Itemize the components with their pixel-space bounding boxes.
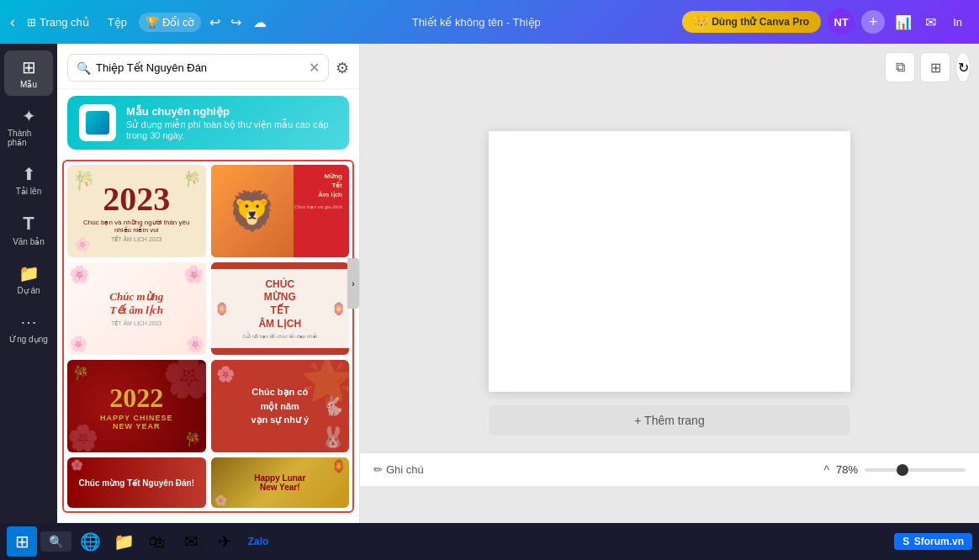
- taskbar-store[interactable]: 🛍: [142, 526, 172, 557]
- text-icon: T: [23, 213, 34, 235]
- template-card-2[interactable]: 🦁 MừngTếtÂm lịch Chúc bạn và gia đình: [211, 165, 350, 257]
- upload-icon: ⬆: [22, 164, 36, 184]
- taskbar-zalo[interactable]: Zalo: [243, 526, 273, 557]
- taskbar-edge[interactable]: 🌐: [75, 526, 105, 557]
- template-card-4[interactable]: 🏮 🏮 CHÚCMỪNGTẾTÂM LỊCH Gửi tới bạn lời c…: [211, 262, 350, 355]
- topbar: ‹ ⊞ Trang chủ Tệp 🏆 Đổi cờ ↩ ↪ ☁ Thiết k…: [0, 0, 979, 44]
- bottom-right: ^ 78%: [823, 463, 966, 477]
- elements-icon: ✦: [22, 106, 36, 126]
- duplicate-page-button[interactable]: ⧉: [885, 52, 915, 82]
- template-card-1[interactable]: 🎋 🎋 🌸 2023 Chúc bạn và những người thân …: [67, 165, 206, 257]
- tpl6-text: Chúc bạn cómột nămvạn sự như ý: [251, 385, 309, 427]
- note-label: Ghi chú: [386, 463, 424, 476]
- sforum-icon: S: [902, 536, 909, 547]
- file-label: Tệp: [108, 16, 127, 29]
- pro-label: Dùng thử Canva Pro: [712, 16, 809, 28]
- search-input[interactable]: [96, 61, 304, 74]
- undo-button[interactable]: ↩: [206, 11, 224, 34]
- analytics-button[interactable]: 📊: [892, 11, 915, 34]
- redo-button[interactable]: ↪: [227, 11, 245, 34]
- undo-redo-group: ↩ ↪: [206, 11, 245, 34]
- sidebar-item-tai-len[interactable]: ⬆ Tải lên: [4, 157, 53, 203]
- add-page-button[interactable]: + Thêm trang: [489, 405, 850, 436]
- crown-icon: 👑: [694, 15, 708, 29]
- pro-banner[interactable]: Mẫu chuyên nghiệp Sử dụng miễn phí toàn …: [67, 96, 349, 150]
- canvas-toolbar: ⧉ ⊞ ↻: [885, 52, 971, 82]
- pro-banner-icon: [79, 104, 116, 141]
- zoom-percent: 78%: [836, 463, 858, 476]
- template-card-8[interactable]: 🏮 🌸 Happy LunarNew Year!: [211, 457, 350, 508]
- add-page-label: + Thêm trang: [634, 414, 704, 427]
- bottom-left: ✏ Ghi chú: [373, 463, 424, 476]
- search-input-wrap: 🔍 ✕: [67, 54, 329, 82]
- sidebar: ⊞ Mẫu ✦ Thành phần ⬆ Tải lên T Văn bản 📁…: [0, 44, 57, 523]
- pro-banner-logo: [86, 111, 109, 135]
- sidebar-label-mau: Mẫu: [20, 80, 37, 89]
- template-card-3[interactable]: 🌸 🌸 🌸 🌸 Chúc mừngTết âm lịch TẾT ÂM LỊCH…: [67, 262, 206, 355]
- back-button[interactable]: ‹: [10, 13, 15, 31]
- tpl4-footer: Gửi tới bạn lời chúc tốt đẹp nhất: [242, 333, 317, 339]
- sidebar-item-du-an[interactable]: 📁 Dự án: [4, 256, 53, 302]
- canvas-page[interactable]: [489, 131, 850, 392]
- pro-banner-description: Sử dụng miễn phí toàn bộ thư viện mẫu ca…: [126, 119, 337, 140]
- taskbar-search[interactable]: 🔍: [40, 531, 71, 552]
- zoom-slider[interactable]: [865, 468, 966, 472]
- upgrade-button[interactable]: 🏆 Đổi cờ: [139, 13, 201, 32]
- note-button[interactable]: ✏ Ghi chú: [373, 463, 424, 476]
- template-card-7[interactable]: 🌸 Chúc mừng Tết Nguyên Đán!: [67, 457, 206, 508]
- sidebar-item-van-ban[interactable]: T Văn bản: [4, 206, 53, 253]
- taskbar-telegram[interactable]: ✈: [209, 526, 240, 557]
- search-bar: 🔍 ✕ ⚙: [57, 44, 359, 89]
- avatar[interactable]: NT: [828, 8, 855, 35]
- topbar-right: 👑 Dùng thử Canva Pro NT + 📊 ✉ In: [682, 8, 969, 35]
- add-account-button[interactable]: +: [861, 10, 885, 34]
- tpl2-title: MừngTếtÂm lịch: [318, 172, 342, 200]
- sidebar-item-mau[interactable]: ⊞ Mẫu: [4, 50, 53, 96]
- sidebar-item-ung-dung[interactable]: ⋯ Ứng dụng: [4, 305, 53, 351]
- start-button[interactable]: ⊞: [7, 526, 37, 557]
- tpl8-text: Happy LunarNew Year!: [254, 473, 305, 492]
- tpl2-sub: Chúc bạn và gia đình: [294, 203, 342, 209]
- taskbar-files[interactable]: 📁: [108, 526, 139, 557]
- add-page-top-button[interactable]: ⊞: [920, 52, 950, 82]
- apps-icon: ⋯: [20, 312, 37, 332]
- document-title: Thiết kế không tên - Thiệp: [412, 16, 541, 29]
- tpl5-year: 2022: [100, 383, 172, 414]
- search-icon: 🔍: [77, 61, 91, 75]
- taskbar-mail[interactable]: ✉: [176, 526, 206, 557]
- pro-banner-title: Mẫu chuyên nghiệp: [126, 105, 337, 118]
- taskbar-right: S Sforum.vn: [894, 533, 972, 550]
- topbar-left: ‹ ⊞ Trang chủ Tệp 🏆 Đổi cờ ↩ ↪ ☁: [10, 11, 270, 34]
- tpl1-year: 2023: [103, 179, 170, 219]
- home-label: Trang chủ: [40, 16, 89, 29]
- clear-search-button[interactable]: ✕: [309, 60, 320, 76]
- sidebar-label-tai-len: Tải lên: [16, 187, 41, 196]
- tpl3-footer: TẾT ÂM LỊCH 2023: [109, 320, 163, 327]
- try-pro-button[interactable]: 👑 Dùng thử Canva Pro: [682, 11, 821, 33]
- home-button[interactable]: ⊞ Trang chủ: [20, 13, 96, 32]
- sidebar-item-thanh-phan[interactable]: ✦ Thành phần: [4, 99, 53, 154]
- panel-collapse-arrow[interactable]: ›: [347, 258, 359, 309]
- template-icon: ⊞: [22, 57, 36, 77]
- upgrade-label: Đổi cờ: [162, 16, 194, 29]
- tpl5-sub2: NEW YEAR: [100, 422, 172, 431]
- template-card-6[interactable]: 🌟 🐰 🌸 Chúc bạn cómột nămvạn sự như ý 🐇: [211, 360, 350, 452]
- sidebar-label-van-ban: Văn bản: [13, 237, 45, 246]
- sforum-badge[interactable]: S Sforum.vn: [894, 533, 972, 550]
- tpl7-text: Chúc mừng Tết Nguyên Đán!: [78, 478, 194, 488]
- chevron-up-icon[interactable]: ^: [823, 463, 829, 477]
- main-area: ⊞ Mẫu ✦ Thành phần ⬆ Tải lên T Văn bản 📁…: [0, 44, 979, 523]
- print-button[interactable]: In: [946, 13, 969, 32]
- rotate-button[interactable]: ↻: [955, 52, 971, 82]
- file-button[interactable]: Tệp: [101, 13, 134, 32]
- zalo-label: Zalo: [248, 536, 269, 547]
- left-panel: 🔍 ✕ ⚙ Mẫu chuyên nghiệp Sử dụng miễn phí…: [57, 44, 360, 523]
- folder-icon: 📁: [19, 263, 40, 283]
- template-card-5[interactable]: 🌸 🌸 🎋 🎋 2022 HAPPY CHINESE NEW YEAR: [67, 360, 206, 452]
- notifications-button[interactable]: ✉: [922, 11, 939, 34]
- sforum-label: Sforum.vn: [914, 536, 964, 547]
- tpl4-text: CHÚCMỪNGTẾTÂM LỊCH: [242, 278, 317, 330]
- templates-grid: 🎋 🎋 🌸 2023 Chúc bạn và những người thân …: [62, 160, 354, 513]
- cloud-save-button[interactable]: ☁: [250, 11, 270, 34]
- filter-button[interactable]: ⚙: [336, 59, 349, 77]
